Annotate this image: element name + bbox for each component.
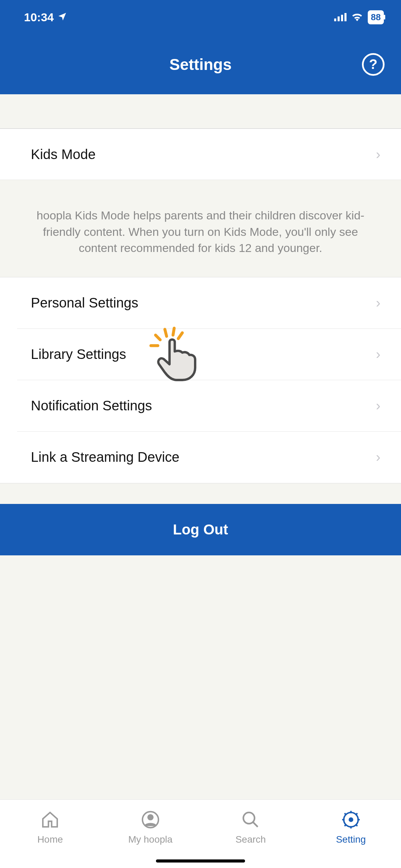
- settings-section: Personal Settings › Library Settings › N…: [0, 277, 401, 483]
- tab-myhoopla-label: My hoopla: [128, 834, 172, 845]
- svg-rect-2: [341, 15, 343, 21]
- gear-icon: [341, 809, 361, 830]
- nav-header: Settings ?: [0, 34, 401, 94]
- tab-bar: Home My hoopla Search Setting: [0, 799, 401, 868]
- notification-settings-label: Notification Settings: [31, 398, 152, 413]
- tab-home[interactable]: Home: [0, 809, 100, 845]
- search-icon: [240, 809, 261, 830]
- status-time: 10:34: [24, 11, 54, 24]
- svg-line-7: [173, 328, 174, 335]
- kids-mode-label: Kids Mode: [31, 147, 96, 162]
- svg-point-14: [349, 818, 352, 821]
- tap-indicator-icon: [147, 325, 206, 384]
- spacer: [0, 94, 401, 129]
- logout-label: Log Out: [173, 521, 228, 538]
- svg-line-22: [356, 813, 357, 815]
- home-icon: [40, 809, 60, 830]
- svg-line-5: [156, 335, 160, 340]
- chevron-right-icon: ›: [376, 147, 380, 162]
- svg-point-10: [148, 815, 153, 820]
- link-streaming-device-row[interactable]: Link a Streaming Device ›: [17, 432, 401, 483]
- personal-settings-label: Personal Settings: [31, 295, 138, 311]
- logout-button[interactable]: Log Out: [0, 504, 401, 555]
- tab-my-hoopla[interactable]: My hoopla: [100, 809, 201, 845]
- chevron-right-icon: ›: [376, 449, 380, 465]
- kids-mode-description: hoopla Kids Mode helps parents and their…: [0, 180, 401, 277]
- tab-setting-label: Setting: [336, 834, 366, 845]
- chevron-right-icon: ›: [376, 295, 380, 311]
- library-settings-row[interactable]: Library Settings ›: [17, 329, 401, 380]
- tab-search-label: Search: [235, 834, 266, 845]
- svg-line-19: [344, 813, 346, 815]
- svg-line-12: [253, 822, 258, 827]
- link-device-label: Link a Streaming Device: [31, 449, 180, 465]
- tab-setting[interactable]: Setting: [301, 809, 401, 845]
- status-bar: 10:34 88: [0, 0, 401, 34]
- svg-line-4: [165, 329, 167, 336]
- notification-settings-row[interactable]: Notification Settings ›: [17, 380, 401, 432]
- svg-line-8: [178, 333, 182, 339]
- cellular-icon: [334, 11, 347, 24]
- home-indicator[interactable]: [156, 859, 245, 863]
- tab-home-label: Home: [37, 834, 63, 845]
- person-circle-icon: [140, 809, 161, 830]
- svg-line-21: [344, 824, 346, 826]
- svg-rect-1: [338, 16, 340, 21]
- help-button[interactable]: ?: [362, 53, 385, 76]
- personal-settings-row[interactable]: Personal Settings ›: [17, 277, 401, 329]
- svg-line-20: [356, 824, 357, 826]
- chevron-right-icon: ›: [376, 347, 380, 362]
- kids-mode-row[interactable]: Kids Mode ›: [0, 129, 401, 180]
- wifi-icon: [351, 11, 363, 24]
- battery-icon: 88: [368, 10, 384, 24]
- location-icon: [57, 11, 67, 24]
- page-title: Settings: [169, 55, 231, 74]
- chevron-right-icon: ›: [376, 398, 380, 413]
- svg-point-11: [243, 812, 255, 824]
- svg-rect-3: [344, 13, 347, 21]
- library-settings-label: Library Settings: [31, 347, 126, 362]
- svg-rect-0: [334, 19, 336, 21]
- tab-search[interactable]: Search: [200, 809, 301, 845]
